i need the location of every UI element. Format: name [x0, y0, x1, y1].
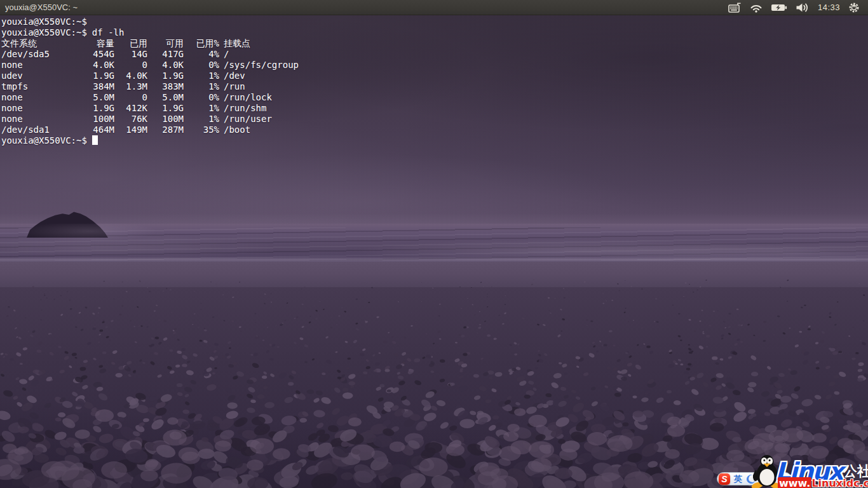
terminal-output[interactable]: youxia@X550VC:~$ youxia@X550VC:~$df -lh … — [0, 15, 868, 146]
df-header-cell: 已用 — [114, 38, 147, 49]
terminal-cursor — [92, 135, 98, 145]
df-cell: 0% — [184, 60, 219, 71]
df-cell: 412K — [114, 103, 147, 114]
df-cell: none — [1, 60, 90, 71]
session-gear-icon[interactable] — [848, 2, 860, 13]
df-cell: 287M — [147, 125, 184, 135]
window-title: youxia@X550VC: ~ — [5, 3, 78, 12]
df-cell: 4.0K — [147, 60, 184, 71]
df-cell: /boot — [219, 125, 868, 135]
df-cell: 1% — [184, 114, 219, 125]
df-cell: /dev/sda5 — [1, 49, 90, 60]
df-cell: 1% — [184, 103, 219, 114]
command-text: df -lh — [92, 27, 125, 37]
df-cell: 464M — [90, 125, 114, 135]
volume-icon[interactable] — [796, 3, 810, 13]
df-cell: 1.3M — [114, 81, 147, 92]
df-cell: 1.9G — [90, 103, 114, 114]
df-cell: /run/shm — [219, 103, 868, 114]
df-cell: 1.9G — [147, 71, 184, 81]
df-cell: none — [1, 103, 90, 114]
df-header-cell: 已用% — [184, 38, 219, 49]
keyboard-icon[interactable] — [728, 2, 742, 13]
df-table-header: 文件系统容量已用可用已用%挂载点 — [1, 38, 868, 49]
command-line: youxia@X550VC:~$df -lh — [1, 27, 868, 38]
top-panel: youxia@X550VC: ~ — [0, 0, 868, 15]
df-cell: none — [1, 92, 90, 103]
url-prefix: www. — [778, 477, 811, 488]
df-cell: 5.0M — [147, 92, 184, 103]
df-cell: 417G — [147, 49, 184, 60]
df-header-cell: 可用 — [147, 38, 184, 49]
df-table-row: /dev/sda1464M149M287M35%/boot — [1, 125, 868, 135]
df-table-row: udev1.9G4.0K1.9G1%/dev — [1, 71, 868, 81]
df-cell: 149M — [114, 125, 147, 135]
df-cell: 0 — [114, 92, 147, 103]
wifi-icon[interactable] — [750, 3, 763, 13]
prompt-text: youxia@X550VC:~$ — [1, 17, 87, 27]
df-cell: /run — [219, 81, 868, 92]
df-cell: /run/user — [219, 114, 868, 125]
df-table-row: none5.0M05.0M0%/run/lock — [1, 92, 868, 103]
df-table-row: none1.9G412K1.9G1%/run/shm — [1, 103, 868, 114]
prompt-line-2: youxia@X550VC:~$ — [1, 135, 868, 146]
df-cell: tmpfs — [1, 81, 90, 92]
df-cell: 384M — [90, 81, 114, 92]
df-table-row: /dev/sda5454G14G417G4%/ — [1, 49, 868, 60]
clock-indicator[interactable]: 14:33 — [818, 3, 840, 12]
sogou-language-mode[interactable]: 英 — [734, 473, 742, 485]
df-cell: 4% — [184, 49, 219, 60]
df-cell: / — [219, 49, 868, 60]
indicator-tray: 14:33 — [728, 0, 868, 15]
df-header-cell: 文件系统 — [1, 38, 90, 49]
df-cell: /sys/fs/cgroup — [219, 60, 868, 71]
df-cell: none — [1, 114, 90, 125]
df-cell: 4.0K — [90, 60, 114, 71]
desktop: youxia@X550VC: ~ — [0, 0, 868, 488]
df-table-row: none4.0K04.0K0%/sys/fs/cgroup — [1, 60, 868, 71]
df-cell: 100M — [90, 114, 114, 125]
sogou-logo-icon[interactable]: S — [719, 473, 730, 485]
prompt-text: youxia@X550VC:~$ — [1, 135, 87, 146]
df-cell: 1.9G — [90, 71, 114, 81]
df-cell: 14G — [114, 49, 147, 60]
prompt-line-1: youxia@X550VC:~$ — [1, 17, 868, 27]
df-cell: 35% — [184, 125, 219, 135]
linuxidc-url: www.Linuxidc.com — [778, 477, 868, 488]
df-cell: 454G — [90, 49, 114, 60]
df-cell: 1.9G — [147, 103, 184, 114]
df-cell: 0 — [114, 60, 147, 71]
df-cell: /run/lock — [219, 92, 868, 103]
df-cell: 1% — [184, 81, 219, 92]
prompt-text: youxia@X550VC:~$ — [1, 27, 87, 37]
df-table-row: tmpfs384M1.3M383M1%/run — [1, 81, 868, 92]
df-cell: 0% — [184, 92, 219, 103]
df-table-row: none100M76K100M1%/run/user — [1, 114, 868, 125]
df-cell: 383M — [147, 81, 184, 92]
df-table: /dev/sda5454G14G417G4%/none4.0K04.0K0%/s… — [1, 49, 868, 135]
df-header-cell: 容量 — [90, 38, 114, 49]
df-cell: /dev/sda1 — [1, 125, 90, 135]
df-cell: 4.0K — [114, 71, 147, 81]
df-cell: /dev — [219, 71, 868, 81]
wallpaper-rock-haze — [13, 224, 165, 243]
url-rest: Linuxidc.com — [811, 477, 868, 488]
df-cell: 5.0M — [90, 92, 114, 103]
df-cell: udev — [1, 71, 90, 81]
df-cell: 100M — [147, 114, 184, 125]
df-cell: 1% — [184, 71, 219, 81]
df-header-cell: 挂载点 — [219, 38, 868, 49]
df-cell: 76K — [114, 114, 147, 125]
wallpaper-vignette — [0, 287, 868, 488]
battery-charging-icon[interactable] — [771, 3, 787, 12]
